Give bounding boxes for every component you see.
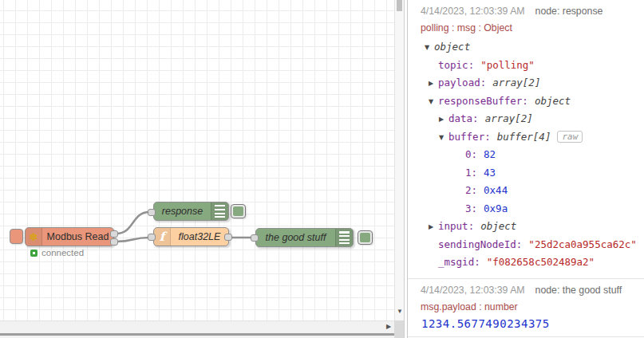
good-stuff-debug-toggle-button[interactable]	[358, 230, 373, 245]
string-value: "polling"	[480, 59, 535, 71]
scroll-right-arrow-icon[interactable]: ▶	[383, 321, 394, 332]
raw-button[interactable]: raw	[557, 131, 583, 143]
number-value: 82	[484, 148, 496, 160]
tree-row: ▶input:object	[408, 218, 644, 236]
wire-modbus-to-response[interactable]	[117, 212, 149, 234]
function-node-label: float32LE	[179, 231, 221, 242]
debug-list-icon-stripes	[215, 205, 225, 218]
tree-row: _msgid:"f082658c502489a2"	[408, 254, 644, 272]
array-index: 3:	[465, 202, 477, 214]
object-key: input:	[438, 220, 474, 232]
object-tree: ▼object topic:"polling" ▶payload:array[2…	[408, 38, 644, 272]
the-good-stuff-debug-node[interactable]: the good stuff	[255, 228, 354, 247]
tree-row: ▼object	[408, 38, 644, 57]
response-debug-toggle-state	[233, 206, 243, 216]
function-icon-region: f	[154, 228, 171, 246]
number-value: 0x44	[484, 184, 508, 196]
tree-row: 0:82	[408, 146, 644, 164]
object-key: sendingNodeId:	[438, 238, 522, 250]
chevron-down-icon[interactable]: ▼	[425, 39, 434, 57]
tree-row: topic:"polling"	[408, 57, 644, 75]
object-type: array[2]	[492, 77, 540, 88]
object-type: array[2]	[485, 112, 533, 124]
debug-list-icon-stripes	[339, 231, 350, 244]
response-node-label: response	[162, 206, 203, 217]
response-input-port[interactable]	[148, 209, 156, 216]
window-scrollbar-thumb[interactable]	[0, 333, 394, 336]
object-type: buffer[4]	[497, 131, 551, 143]
object-key: responseBuffer:	[438, 95, 528, 107]
tree-row: 2:0x44	[408, 182, 644, 200]
array-index: 2:	[465, 184, 477, 196]
message-header: 4/14/2023, 12:03:39 AM node: the good st…	[408, 285, 644, 296]
debug-sidebar: 4/14/2023, 12:03:39 AM node: response po…	[407, 0, 644, 338]
object-key: topic:	[438, 59, 474, 71]
number-value: 43	[484, 167, 496, 179]
message-source-node: node: the good stuff	[535, 285, 622, 296]
wires-layer	[0, 0, 394, 320]
tree-row: sendingNodeId:"25d2ca0a955ca62c"	[408, 236, 644, 254]
object-type: object	[480, 220, 516, 232]
function-f-icon: f	[160, 230, 164, 244]
flow-canvas[interactable]: ✽ Modbus Read response f float32LE the g…	[0, 0, 394, 320]
array-index: 1:	[465, 167, 477, 179]
tree-row: 3:0x9a	[408, 200, 644, 218]
chevron-right-icon[interactable]: ▶	[439, 111, 448, 129]
modbus-icon-region: ✽	[26, 228, 42, 246]
modbus-node-label: Modbus Read	[47, 231, 109, 242]
chevron-right-icon[interactable]: ▶	[429, 75, 438, 93]
message-source-node: node: response	[535, 6, 603, 17]
message-timestamp: 4/14/2023, 12:03:39 AM	[421, 6, 525, 17]
debug-list-icon	[335, 229, 353, 246]
message-header: 4/14/2023, 12:03:39 AM node: response	[408, 6, 644, 17]
response-debug-toggle-button[interactable]	[231, 204, 246, 218]
modbus-node-button[interactable]	[10, 229, 23, 244]
string-value: "25d2ca0a955ca62c"	[528, 238, 636, 250]
tree-row: ▶payload:array[2]	[408, 74, 644, 92]
good-stuff-node-label: the good stuff	[266, 232, 326, 243]
horizontal-scrollbar-track[interactable]	[0, 320, 394, 332]
message-path: polling : msg : Object	[408, 23, 644, 33]
tree-row: ▼responseBuffer:object	[408, 92, 644, 111]
object-key: _msgid:	[438, 256, 480, 268]
good-stuff-input-port[interactable]	[251, 234, 259, 242]
debug-message-response: 4/14/2023, 12:03:39 AM node: response po…	[408, 0, 644, 279]
message-timestamp: 4/14/2023, 12:03:39 AM	[421, 285, 525, 296]
debug-message-good-stuff: 4/14/2023, 12:03:39 AM node: the good st…	[408, 279, 644, 337]
array-index: 0:	[465, 148, 477, 160]
modbus-output-port-1[interactable]	[110, 230, 118, 238]
debug-list-icon	[211, 202, 228, 220]
modbus-status-dot	[30, 250, 38, 257]
chevron-down-icon[interactable]: ▼	[439, 129, 448, 147]
chevron-down-icon[interactable]: ▼	[429, 93, 438, 112]
object-type: object	[434, 41, 470, 53]
tree-row: ▼buffer:buffer[4]raw	[408, 128, 644, 147]
function-output-port[interactable]	[224, 234, 232, 241]
object-key: payload:	[438, 77, 486, 88]
tree-row: ▶data:array[2]	[408, 110, 644, 128]
float32le-function-node[interactable]: f float32LE	[153, 227, 229, 246]
function-input-port[interactable]	[148, 234, 156, 241]
payload-number-value: 1234.5677490234375	[408, 317, 644, 330]
message-path: msg.payload : number	[408, 302, 644, 312]
modbus-gear-icon: ✽	[30, 231, 38, 243]
number-value: 0x9a	[484, 202, 508, 214]
sidebar-divider	[404, 0, 405, 338]
modbus-status-label: connected	[41, 248, 84, 257]
chevron-right-icon[interactable]: ▶	[429, 218, 438, 237]
object-type: object	[535, 95, 571, 107]
string-value: "f082658c502489a2"	[487, 256, 595, 268]
wire-modbus-to-function[interactable]	[117, 238, 149, 242]
object-key: buffer:	[448, 131, 491, 143]
vertical-scrollbar-thumb[interactable]	[397, 0, 402, 11]
modbus-read-node[interactable]: ✽ Modbus Read	[25, 227, 114, 246]
modbus-output-port-2[interactable]	[110, 238, 118, 246]
good-stuff-debug-toggle-state	[360, 233, 370, 242]
response-debug-node[interactable]: response	[153, 202, 229, 221]
tree-row: 1:43	[408, 164, 644, 183]
object-key: data:	[448, 112, 479, 124]
node-red-window: ✽ Modbus Read response f float32LE the g…	[0, 0, 644, 338]
